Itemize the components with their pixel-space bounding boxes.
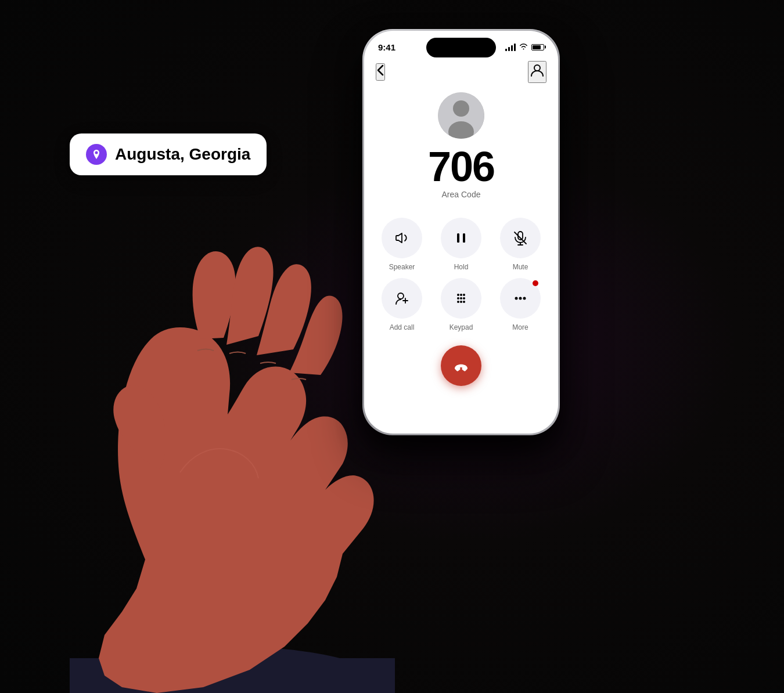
- mute-control: Mute: [494, 218, 546, 271]
- svg-point-15: [457, 294, 459, 296]
- contact-avatar: [438, 92, 484, 139]
- svg-point-26: [523, 297, 526, 300]
- svg-rect-6: [457, 233, 459, 243]
- svg-point-23: [463, 301, 465, 303]
- svg-rect-7: [463, 233, 465, 243]
- status-icons: [505, 43, 544, 52]
- speaker-button[interactable]: [382, 218, 422, 258]
- dynamic-island: [426, 38, 496, 57]
- phone-mockup: 9:41: [362, 29, 560, 435]
- location-text: Augusta, Georgia: [115, 145, 250, 164]
- hold-button[interactable]: [441, 218, 481, 258]
- hold-control: Hold: [435, 218, 487, 271]
- svg-point-19: [460, 297, 462, 299]
- svg-line-11: [515, 232, 526, 244]
- svg-point-18: [457, 297, 459, 299]
- end-call-button[interactable]: [441, 345, 481, 386]
- location-badge: Augusta, Georgia: [70, 133, 267, 175]
- speaker-label: Speaker: [389, 263, 415, 271]
- svg-point-21: [457, 301, 459, 303]
- wifi-icon: [519, 43, 528, 52]
- svg-point-22: [460, 301, 462, 303]
- svg-point-12: [398, 293, 404, 299]
- contact-button[interactable]: [528, 61, 546, 83]
- end-call-section: [364, 341, 558, 398]
- svg-point-27: [95, 151, 98, 154]
- svg-point-2: [534, 65, 540, 71]
- mute-label: Mute: [513, 263, 528, 271]
- svg-point-25: [519, 297, 522, 300]
- keypad-button[interactable]: [441, 278, 481, 319]
- signal-icon: [505, 44, 516, 51]
- svg-point-24: [515, 297, 518, 300]
- svg-point-17: [463, 294, 465, 296]
- more-button[interactable]: [500, 278, 541, 319]
- battery-icon: [531, 44, 544, 50]
- back-button[interactable]: [376, 63, 385, 81]
- location-pin-icon: [86, 144, 107, 165]
- nav-bar: [364, 56, 558, 88]
- add-call-label: Add call: [390, 323, 415, 331]
- notification-dot: [533, 280, 538, 286]
- controls-grid: Speaker Hold: [364, 208, 558, 341]
- more-control: More: [494, 278, 546, 331]
- more-label: More: [512, 323, 528, 331]
- svg-point-16: [460, 294, 462, 296]
- keypad-control: Keypad: [435, 278, 487, 331]
- status-time: 9:41: [378, 42, 395, 52]
- speaker-control: Speaker: [376, 218, 428, 271]
- phone-screen: 9:41: [364, 31, 558, 434]
- phone-frame: 9:41: [362, 29, 560, 435]
- hold-label: Hold: [454, 263, 469, 271]
- add-call-control: Add call: [376, 278, 428, 331]
- add-call-button[interactable]: [382, 278, 422, 319]
- svg-point-4: [453, 100, 469, 117]
- contact-section: 706 Area Code: [364, 88, 558, 208]
- mute-button[interactable]: [500, 218, 541, 258]
- keypad-label: Keypad: [449, 323, 473, 331]
- area-code-number: 706: [428, 146, 494, 187]
- area-code-label: Area Code: [442, 190, 481, 199]
- svg-point-20: [463, 297, 465, 299]
